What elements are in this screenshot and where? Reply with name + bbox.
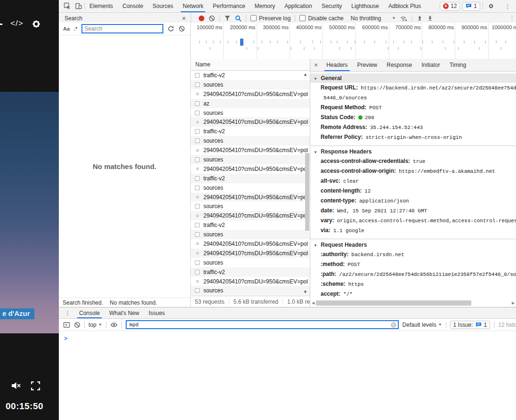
regex-button[interactable]: .* (74, 26, 77, 32)
main-tab[interactable]: Performance (208, 0, 250, 12)
file-icon (196, 93, 199, 95)
partial-icon (0, 24, 2, 25)
request-row[interactable]: sources (191, 183, 310, 193)
import-har-icon[interactable] (417, 15, 423, 21)
request-row[interactable]: sources (191, 230, 310, 239)
drawer-tab[interactable]: Console (74, 307, 105, 318)
horizontal-scrollbar[interactable]: ◀ ▶ (310, 299, 516, 307)
console-prompt-chevron[interactable]: > (59, 331, 516, 342)
main-tab[interactable]: Adblock Plus (384, 0, 426, 12)
general-section-header[interactable]: ▼ General (310, 73, 516, 83)
search-input[interactable] (81, 24, 163, 33)
main-tab[interactable]: Network (178, 0, 208, 12)
settings-gear-icon[interactable] (485, 1, 497, 11)
search-drawer-tab[interactable]: Search × (59, 13, 191, 24)
details-tab[interactable]: Preview (353, 59, 382, 71)
request-row[interactable]: sources (191, 155, 310, 164)
hscrollbar-thumb[interactable] (316, 300, 471, 306)
log-levels-select[interactable]: Default levels ▼ (403, 322, 442, 328)
main-tab[interactable]: Memory (250, 0, 280, 12)
main-tab[interactable]: Application (280, 0, 317, 12)
main-tab[interactable]: Security (317, 0, 347, 12)
preserve-log-checkbox[interactable]: Preserve log (250, 15, 290, 22)
response-headers-section-header[interactable]: ▼ Response Headers (310, 145, 516, 156)
search-panel: Aa .* No matches found. Search fi (59, 23, 191, 307)
scroll-left-icon[interactable]: ◀ (310, 301, 316, 305)
fullscreen-icon[interactable] (31, 381, 40, 391)
close-details-icon[interactable]: × (310, 61, 322, 69)
request-row[interactable]: 294094205410?cmsDU=950&cmsEV=pol (191, 277, 310, 286)
scroll-down-icon[interactable]: ▼ (303, 290, 307, 294)
drawer-tab[interactable]: What's New (105, 307, 144, 318)
drawer-menu-icon[interactable]: ⋮ (61, 309, 74, 316)
network-overview-timeline[interactable]: 100000 ms 200000 ms 300000 ms 400000 ms (191, 23, 516, 59)
scroll-right-icon[interactable]: ▶ (510, 301, 516, 305)
request-row[interactable]: traffic-v2 (191, 174, 310, 183)
main-tab[interactable]: Console (118, 0, 148, 12)
scrollbar-thumb[interactable] (305, 153, 309, 231)
request-row[interactable]: 294094205410?cmsDU=950&cmsEV=pol (191, 193, 310, 202)
clear-search-icon[interactable] (178, 25, 185, 32)
request-row[interactable]: sources (191, 202, 310, 211)
details-tab[interactable]: Headers (322, 59, 352, 71)
request-headers-section-header[interactable]: ▼ Request Headers (310, 239, 516, 250)
details-tab[interactable]: Response (382, 59, 417, 71)
throttling-select[interactable]: No throttling ▼ (351, 15, 396, 22)
request-row[interactable]: 294094205410?cmsDU=950&cmsEV=pol (191, 89, 310, 99)
request-row[interactable]: traffic-v2 (191, 127, 310, 136)
request-row[interactable]: sources (191, 286, 310, 295)
device-toolbar-icon[interactable] (73, 1, 84, 11)
name-column-header[interactable]: Name (191, 59, 310, 71)
main-tab[interactable]: Lighthouse (347, 0, 384, 12)
request-row[interactable]: traffic-v2 (191, 220, 310, 230)
header-entry: via:1.1 google (310, 226, 516, 235)
timeline-tick-label: 1000000 ms (489, 23, 516, 59)
more-options-icon[interactable]: ⋮ (499, 1, 516, 11)
main-tab[interactable]: Sources (148, 0, 178, 12)
network-conditions-icon[interactable] (400, 15, 408, 22)
error-count-badge[interactable]: 12 (440, 2, 460, 11)
request-row[interactable]: sources (191, 258, 310, 267)
request-row[interactable]: 294094205410?cmsDU=950&cmsEV=pol (191, 117, 310, 127)
request-row[interactable]: 294094205410?cmsDU=950&cmsEV=pol (191, 145, 310, 155)
disable-cache-checkbox[interactable]: Disable cache (299, 15, 343, 22)
context-selector[interactable]: top ▼ (89, 322, 102, 328)
request-row[interactable]: az (191, 99, 310, 108)
request-row[interactable]: sources (191, 80, 310, 89)
live-expression-eye-icon[interactable] (110, 322, 118, 328)
record-icon[interactable] (199, 16, 204, 21)
issues-count-badge[interactable]: 1 (462, 2, 480, 11)
refresh-search-icon[interactable] (168, 25, 174, 32)
video-frame[interactable]: e d'Azur (0, 92, 59, 333)
clear-filter-icon[interactable]: × (391, 322, 396, 328)
clear-console-icon[interactable] (74, 322, 81, 328)
request-row[interactable]: sources (191, 136, 310, 145)
request-row[interactable]: 294094205410?cmsDU=950&cmsEV=pol (191, 164, 310, 174)
header-entry: :scheme:https (310, 279, 516, 289)
inspect-element-icon[interactable] (62, 1, 73, 11)
main-tab[interactable]: Elements (85, 0, 118, 12)
mute-icon[interactable] (11, 380, 22, 391)
request-row[interactable]: traffic-v2 (191, 71, 310, 80)
embed-code-icon[interactable]: </> (10, 19, 24, 28)
request-row[interactable]: 294094205410?cmsDU=950&cmsEV=pol (191, 249, 310, 258)
export-har-icon[interactable] (427, 15, 433, 21)
activity-mark (351, 47, 352, 50)
filter-funnel-icon[interactable] (224, 15, 231, 21)
console-filter-input[interactable] (126, 320, 399, 329)
request-row[interactable]: 294094205410?cmsDU=950&cmsEV=pol (191, 211, 310, 220)
close-search-icon[interactable]: × (182, 15, 186, 22)
clear-network-icon[interactable] (209, 15, 215, 22)
details-tab[interactable]: Initiator (417, 59, 444, 71)
drawer-tab[interactable]: Issues (144, 307, 170, 318)
match-case-button[interactable]: Aa (63, 26, 70, 32)
request-row[interactable]: 294094205410?cmsDU=950&cmsEV=pol (191, 239, 310, 249)
console-sidebar-toggle-icon[interactable] (63, 322, 70, 328)
details-tab[interactable]: Timing (445, 59, 471, 71)
search-network-icon[interactable] (235, 15, 242, 22)
request-row[interactable]: traffic-v2 (191, 267, 310, 277)
player-settings-icon[interactable] (30, 18, 42, 30)
request-row[interactable]: sources (191, 108, 310, 118)
issues-button[interactable]: 1 Issue: 1 (450, 321, 491, 329)
scroll-up-icon[interactable]: ▲ (303, 72, 307, 77)
